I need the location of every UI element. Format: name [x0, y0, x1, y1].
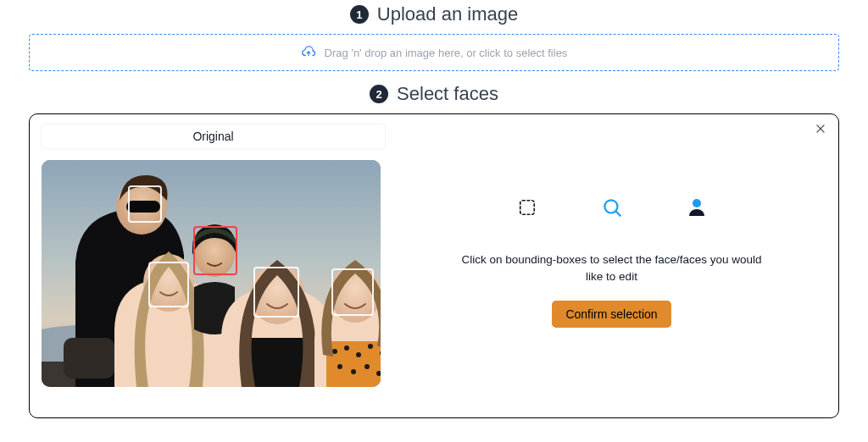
magnifier-icon [600, 196, 624, 219]
confirm-selection-button[interactable]: Confirm selection [552, 301, 670, 328]
close-icon [815, 123, 826, 138]
step-2-heading: 2 Select faces [7, 83, 861, 105]
step-1-heading: 1 Upload an image [7, 3, 861, 25]
svg-point-25 [693, 199, 701, 207]
cloud-upload-icon [301, 44, 316, 62]
close-panel-button[interactable] [813, 123, 828, 138]
svg-rect-6 [64, 338, 114, 378]
svg-point-17 [337, 364, 342, 369]
dashed-selection-icon [515, 196, 539, 219]
step-1-number: 1 [350, 5, 369, 24]
step-2-title: Select faces [397, 83, 498, 105]
tab-original-label: Original [192, 130, 233, 143]
dropzone-text: Drag 'n' drop an image here, or click to… [325, 47, 568, 59]
svg-point-14 [356, 352, 361, 357]
tab-original[interactable]: Original [42, 124, 385, 148]
guide-icon-row [515, 196, 709, 219]
svg-line-24 [615, 211, 620, 215]
select-faces-panel: Original [29, 113, 839, 418]
face-bbox-5[interactable] [331, 268, 374, 316]
confirm-selection-label: Confirm selection [565, 307, 657, 321]
instruction-text: Click on bounding-boxes to select the fa… [459, 251, 765, 286]
face-bbox-1[interactable] [128, 185, 162, 223]
svg-rect-22 [520, 201, 534, 215]
upload-dropzone[interactable]: Drag 'n' drop an image here, or click to… [29, 34, 839, 71]
step-2-number: 2 [370, 85, 388, 103]
svg-rect-11 [326, 341, 381, 387]
step-1-title: Upload an image [377, 3, 518, 25]
svg-point-18 [351, 369, 356, 374]
svg-point-19 [364, 364, 370, 369]
svg-point-13 [344, 345, 349, 351]
svg-point-12 [332, 349, 337, 354]
face-bbox-4[interactable] [253, 267, 299, 318]
face-bbox-2[interactable] [148, 262, 189, 307]
person-icon [685, 196, 709, 219]
svg-point-15 [368, 344, 373, 349]
original-image [42, 160, 381, 387]
face-bbox-3-selected[interactable] [193, 226, 237, 275]
